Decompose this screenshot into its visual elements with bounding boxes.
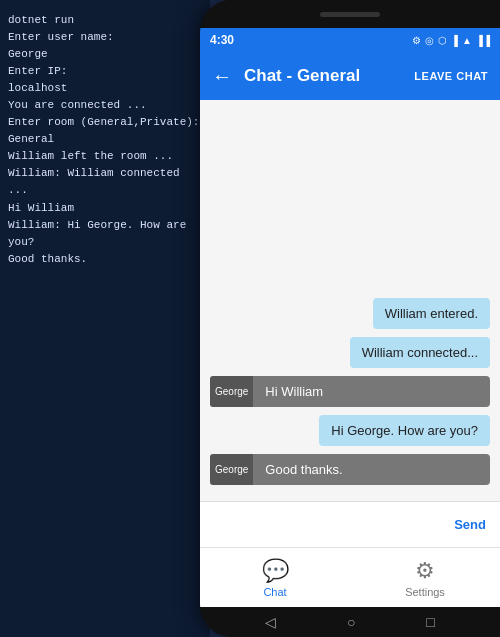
- terminal-line: dotnet run: [8, 12, 202, 29]
- terminal-line: localhost: [8, 80, 202, 97]
- back-button[interactable]: ←: [212, 65, 232, 88]
- settings-nav-label: Settings: [405, 586, 445, 598]
- nav-item-settings[interactable]: ⚙ Settings: [350, 548, 500, 607]
- terminal-line: William left the room ...: [8, 148, 202, 165]
- status-bar: 4:30 ⚙ ◎ ⬡ ▐ ▲ ▐▐: [200, 28, 500, 52]
- home-nav-button[interactable]: ○: [347, 614, 355, 630]
- user-message-bubble: Hi William: [253, 376, 490, 407]
- terminal-line: William: Hi George. How are you?: [8, 217, 202, 251]
- signal-status-icon: ▐▐: [476, 35, 490, 46]
- terminal-line: General: [8, 131, 202, 148]
- settings-nav-icon: ⚙: [415, 558, 435, 584]
- terminal-line: Enter user name:: [8, 29, 202, 46]
- system-message: William connected...: [350, 337, 490, 368]
- message-sender-label: George: [210, 376, 253, 407]
- back-nav-button[interactable]: ◁: [265, 614, 276, 630]
- bottom-nav: 💬 Chat ⚙ Settings: [200, 547, 500, 607]
- send-button[interactable]: Send: [446, 513, 490, 536]
- phone-speaker: [320, 12, 380, 17]
- user-message-row: GeorgeHi William: [210, 376, 490, 407]
- terminal-line: You are connected ...: [8, 97, 202, 114]
- header-title: Chat - General: [244, 66, 414, 86]
- terminal-line: Hi William: [8, 200, 202, 217]
- phone-top-bezel: [200, 0, 500, 28]
- user-message-bubble: Good thanks.: [253, 454, 490, 485]
- chat-area: William entered.William connected...Geor…: [200, 100, 500, 501]
- system-message: William entered.: [373, 298, 490, 329]
- nav-item-chat[interactable]: 💬 Chat: [200, 548, 350, 607]
- terminal-line: George: [8, 46, 202, 63]
- settings-status-icon: ⚙: [412, 35, 421, 46]
- status-time: 4:30: [210, 33, 234, 47]
- terminal-line: Good thanks.: [8, 251, 202, 268]
- input-area: Send: [200, 501, 500, 547]
- recents-nav-button[interactable]: □: [426, 614, 434, 630]
- battery-status-icon: ▐: [451, 35, 458, 46]
- chat-spacer: [210, 116, 490, 290]
- message-sender-label: George: [210, 454, 253, 485]
- phone-frame: 4:30 ⚙ ◎ ⬡ ▐ ▲ ▐▐ ← Chat - General LEAVE…: [200, 0, 500, 637]
- status-icons: ⚙ ◎ ⬡ ▐ ▲ ▐▐: [412, 35, 490, 46]
- user-message-row: GeorgeGood thanks.: [210, 454, 490, 485]
- terminal-panel: dotnet runEnter user name:GeorgeEnter IP…: [0, 0, 210, 637]
- circle-status-icon: ◎: [425, 35, 434, 46]
- shield-status-icon: ⬡: [438, 35, 447, 46]
- terminal-line: William: William connected ...: [8, 165, 202, 199]
- phone-bottom-bezel: ◁ ○ □: [200, 607, 500, 637]
- leave-chat-button[interactable]: LEAVE CHAT: [414, 70, 488, 82]
- chat-input[interactable]: [210, 517, 446, 533]
- system-message: Hi George. How are you?: [319, 415, 490, 446]
- terminal-line: Enter room (General,Private):: [8, 114, 202, 131]
- app-header: ← Chat - General LEAVE CHAT: [200, 52, 500, 100]
- terminal-line: Enter IP:: [8, 63, 202, 80]
- chat-nav-icon: 💬: [262, 558, 289, 584]
- chat-nav-label: Chat: [263, 586, 286, 598]
- wifi-status-icon: ▲: [462, 35, 472, 46]
